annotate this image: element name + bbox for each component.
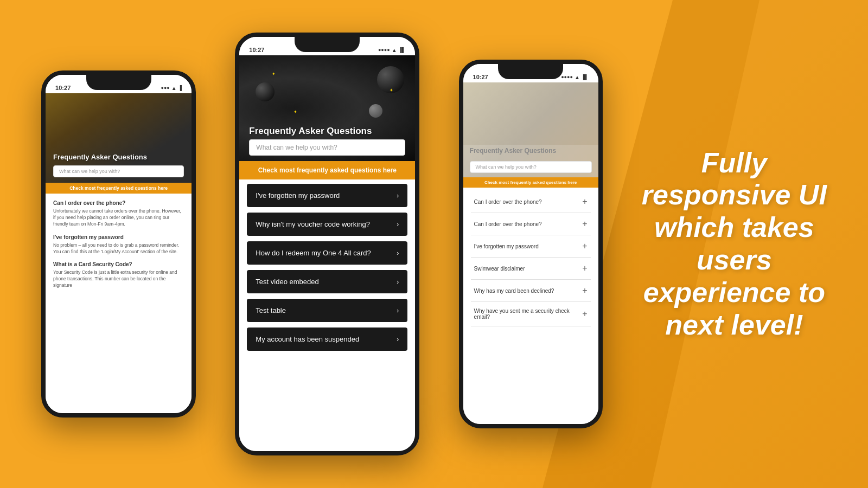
phone-1-status-bar: 10:27 ●●● ▲ ▐ <box>46 80 192 93</box>
phone-2-faq-item-2[interactable]: How do I redeem my One 4 All card? › <box>247 241 407 265</box>
phone-2-faq-item-4[interactable]: Test table › <box>247 299 407 322</box>
faq-1-question: Can I order over the phone? <box>53 200 184 206</box>
phone3-faq-item-5-label: Why have you sent me a security check em… <box>474 308 572 320</box>
phone-3-hero-title: Frequently Asker Questions <box>470 147 557 156</box>
phone3-faq-item-4-label: Why has my card been declined? <box>474 288 554 294</box>
phone-2-faq-item-5[interactable]: My account has been suspended › <box>247 328 407 351</box>
phone3-faq-item-1-label: Can I order over the phone? <box>474 221 542 227</box>
phone-1-search[interactable]: What can we help you with? <box>53 165 184 177</box>
sparkle-1: ✦ <box>272 72 276 76</box>
signal-icon-3: ●●●● <box>561 74 573 80</box>
battery-icon-3: ▐▌ <box>582 74 589 80</box>
faq-1-answer: Unfortunately we cannot take orders over… <box>53 208 184 228</box>
wifi-icon-2: ▲ <box>392 47 397 53</box>
faq-item-5-label: My account has been suspended <box>256 335 359 343</box>
phone-1-hero-title: Frequently Asker Questions <box>53 153 147 162</box>
phone-2-screen: 10:27 ●●●● ▲ ▐▌ ✦ ✦ ✦ Frequently Asker Q… <box>239 37 415 451</box>
phone-3-screen: 10:27 ●●●● ▲ ▐▌ Frequently Asker Questio… <box>463 64 598 424</box>
phone-3-status-icons: ●●●● ▲ ▐▌ <box>561 74 588 80</box>
phone-3-faq-item-0[interactable]: Can I order over the phone? + <box>471 191 591 213</box>
phone-2-status-bar: 10:27 ●●●● ▲ ▐▌ <box>239 42 415 55</box>
faq-item-3-label: Test video embeded <box>256 278 318 286</box>
phone-3-faq-item-5[interactable]: Why have you sent me a security check em… <box>471 302 591 326</box>
phone-2-check-link[interactable]: Check most frequently asked questions he… <box>239 161 415 179</box>
signal-icon-2: ●●●● <box>378 47 390 53</box>
phone-2-faq-item-1[interactable]: Why isn't my voucher code working? › <box>247 213 407 236</box>
faq-item-4-label: Test table <box>256 306 286 314</box>
faq-item-1-label: Why isn't my voucher code working? <box>256 220 370 228</box>
faq-2-answer: No problem – all you need to do is grab … <box>53 242 184 255</box>
arrow-icon-0: › <box>397 192 399 200</box>
phone-3-faq-list: Can I order over the phone? + Can I orde… <box>463 188 598 330</box>
wifi-icon-3: ▲ <box>575 74 580 80</box>
phone-3-search[interactable]: What can we help you with? <box>470 161 592 173</box>
faq-2-question: I've forgotten my password <box>53 234 184 240</box>
phone-3-faq-item-2[interactable]: I've forgotten my password + <box>471 235 591 258</box>
sparkle-3: ✦ <box>293 110 297 114</box>
phone-2-faq-item-3[interactable]: Test video embeded › <box>247 270 407 293</box>
faq-item-2: I've forgotten my password No problem – … <box>53 234 184 255</box>
phone-2-hero: ✦ ✦ ✦ Frequently Asker Questions What ca… <box>239 55 415 161</box>
phone3-faq-item-0-label: Can I order over the phone? <box>474 199 542 205</box>
tagline-text: Fully responsive UI which takes users ex… <box>642 147 827 342</box>
phone-mockup-2: 10:27 ●●●● ▲ ▐▌ ✦ ✦ ✦ Frequently Asker Q… <box>235 33 419 455</box>
phone3-faq-item-3-label: Swimwear disclaimer <box>474 266 525 272</box>
plus-icon-2: + <box>582 241 587 251</box>
signal-icon: ●●● <box>161 85 170 91</box>
arrow-icon-3: › <box>397 278 399 286</box>
battery-icon: ▐ <box>178 85 182 91</box>
arrow-icon-5: › <box>397 336 399 343</box>
phone-1-faq-content: Can I order over the phone? Unfortunatel… <box>46 194 192 302</box>
phone-1-check-link[interactable]: Check most frequently asked questions he… <box>46 183 192 194</box>
faq-item-0-label: I've forgotten my password <box>256 191 340 200</box>
phone-2-time: 10:27 <box>249 47 264 53</box>
phone-1-hero: Frequently Asker Questions What can we h… <box>46 93 192 183</box>
tagline-line1: Fully <box>701 147 767 178</box>
tagline-line3: which takes <box>654 211 814 243</box>
faq-item-1: Can I order over the phone? Unfortunatel… <box>53 200 184 228</box>
tagline-section: Fully responsive UI which takes users ex… <box>642 147 827 342</box>
phone-1-status-icons: ●●● ▲ ▐ <box>161 85 182 91</box>
phone-3-faq-item-4[interactable]: Why has my card been declined? + <box>471 280 591 302</box>
arrow-icon-2: › <box>397 249 399 257</box>
battery-icon-2: ▐▌ <box>399 47 406 53</box>
phone-3-status-bar: 10:27 ●●●● ▲ ▐▌ <box>463 69 598 82</box>
faq-item-2-label: How do I redeem my One 4 All card? <box>256 249 371 257</box>
tagline-line6: next level! <box>665 309 803 341</box>
arrow-icon-1: › <box>397 221 399 228</box>
phone-2-faq-item-0[interactable]: I've forgotten my password › <box>247 184 407 207</box>
phone-2-hero-title: Frequently Asker Questions <box>249 125 372 137</box>
phone-3-check-link[interactable]: Check most frequently asked questions he… <box>463 177 598 188</box>
phone-2-search[interactable]: What can we help you with? <box>249 139 405 156</box>
phone-2-status-icons: ●●●● ▲ ▐▌ <box>378 47 405 53</box>
tagline-line4: users <box>697 244 772 275</box>
wifi-icon: ▲ <box>171 85 177 91</box>
plus-icon-0: + <box>582 197 587 207</box>
phone-2-faq-list: I've forgotten my password › Why isn't m… <box>239 179 415 361</box>
arrow-icon-4: › <box>397 307 399 314</box>
faq-3-answer: Your Security Code is just a little extr… <box>53 269 184 289</box>
phone-3-faq-item-1[interactable]: Can I order over the phone? + <box>471 213 591 235</box>
faq-item-3: What is a Card Security Code? Your Secur… <box>53 261 184 289</box>
faq-3-question: What is a Card Security Code? <box>53 261 184 267</box>
tagline-line5: experience to <box>643 277 825 308</box>
phone-3-hero: Frequently Asker Questions What can we h… <box>463 82 598 177</box>
plus-icon-5: + <box>582 309 587 319</box>
phone-mockup-1: 10:27 ●●● ▲ ▐ Frequently Asker Questions… <box>41 70 196 418</box>
sparkle-2: ✦ <box>390 88 393 93</box>
tagline-line2: responsive UI <box>642 179 827 210</box>
main-content: 10:27 ●●● ▲ ▐ Frequently Asker Questions… <box>0 0 868 488</box>
plus-icon-3: + <box>582 264 587 273</box>
phone-1-time: 10:27 <box>55 85 71 91</box>
plus-icon-1: + <box>582 219 587 229</box>
phone-3-time: 10:27 <box>473 74 488 80</box>
phone-mockup-3: 10:27 ●●●● ▲ ▐▌ Frequently Asker Questio… <box>459 60 603 428</box>
phone-3-faq-item-3[interactable]: Swimwear disclaimer + <box>471 258 591 280</box>
plus-icon-4: + <box>582 286 587 296</box>
phone3-faq-item-2-label: I've forgotten my password <box>474 243 539 249</box>
phone-1-screen: 10:27 ●●● ▲ ▐ Frequently Asker Questions… <box>46 75 192 413</box>
